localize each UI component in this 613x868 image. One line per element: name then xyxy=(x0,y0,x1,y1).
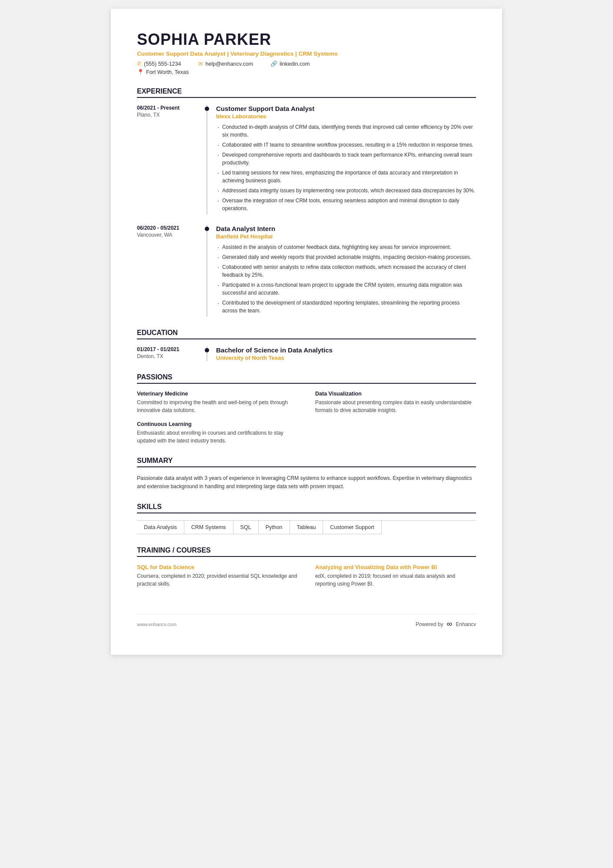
exp-bullets-1: Conducted in-depth analysis of CRM data,… xyxy=(216,123,476,212)
bullet: Led training sessions for new hires, emp… xyxy=(216,169,476,184)
experience-section: EXPERIENCE 06/2021 - Present Plano, TX C… xyxy=(137,87,476,317)
linkedin-url: linkedin.com xyxy=(280,61,310,67)
passion-item-1: Veterinary Medicine Committed to improvi… xyxy=(137,391,298,414)
training-title-2: Analyzing and Visualizing Data with Powe… xyxy=(315,564,476,570)
passions-grid: Veterinary Medicine Committed to improvi… xyxy=(137,391,476,445)
brand-name: Enhancv xyxy=(456,621,476,627)
edu-dot-1 xyxy=(205,348,209,352)
experience-item-2: 06/2020 - 05/2021 Vancouver, WA Data Ana… xyxy=(137,225,476,317)
phone-contact: ✆ (555) 555-1234 xyxy=(137,60,181,67)
candidate-name: SOPHIA PARKER xyxy=(137,30,476,49)
edu-left-1: 01/2017 - 01/2021 Denton, TX xyxy=(137,346,207,361)
exp-location-2: Vancouver, WA xyxy=(137,232,200,238)
skills-section-title: SKILLS xyxy=(137,503,476,513)
passion-item-2: Data Visualization Passionate about pres… xyxy=(315,391,476,414)
skill-tag-3: SQL xyxy=(233,521,259,534)
skill-tag-4: Python xyxy=(259,521,290,534)
bullet: Collaborated with senior analysts to ref… xyxy=(216,263,476,279)
training-section: TRAINING / COURSES SQL for Data Science … xyxy=(137,546,476,588)
skills-row: Data Analysis CRM Systems SQL Python Tab… xyxy=(137,520,476,534)
bullet: Addressed data integrity issues by imple… xyxy=(216,187,476,194)
footer: www.enhancv.com Powered by ∞ Enhancv xyxy=(137,614,476,629)
summary-section: SUMMARY Passionate data analyst with 3 y… xyxy=(137,457,476,491)
edu-location-1: Denton, TX xyxy=(137,353,200,359)
passions-section-title: PASSIONS xyxy=(137,373,476,384)
bullet: Conducted in-depth analysis of CRM data,… xyxy=(216,123,476,139)
linkedin-contact: 🔗 linkedin.com xyxy=(270,60,310,67)
education-section-title: EDUCATION xyxy=(137,329,476,339)
email-address: help@enhancv.com xyxy=(205,61,253,67)
education-item-1: 01/2017 - 01/2021 Denton, TX Bachelor of… xyxy=(137,346,476,361)
skill-tag-5: Tableau xyxy=(290,521,323,534)
exp-dot-1 xyxy=(205,107,209,111)
summary-section-title: SUMMARY xyxy=(137,457,476,467)
footer-brand: Powered by ∞ Enhancv xyxy=(416,620,476,629)
location-icon: 📍 xyxy=(137,69,144,75)
training-desc-1: Coursera, completed in 2020; provided es… xyxy=(137,572,298,588)
training-section-title: TRAINING / COURSES xyxy=(137,546,476,557)
training-title-1: SQL for Data Science xyxy=(137,564,298,570)
powered-by-label: Powered by xyxy=(416,621,443,627)
footer-website: www.enhancv.com xyxy=(137,622,177,627)
exp-location-1: Plano, TX xyxy=(137,112,200,118)
edu-date-1: 01/2017 - 01/2021 xyxy=(137,346,200,352)
location-row: 📍 Fort Worth, Texas xyxy=(137,69,476,75)
edu-degree-1: Bachelor of Science in Data Analytics xyxy=(216,346,476,354)
email-icon: ✉ xyxy=(198,60,203,67)
exp-divider-1 xyxy=(207,105,207,214)
passion-item-3: Continuous Learning Enthusiastic about e… xyxy=(137,421,298,445)
location: Fort Worth, Texas xyxy=(146,69,189,75)
passion-desc-1: Committed to improving the health and we… xyxy=(137,399,298,414)
exp-job-title-2: Data Analyst Intern xyxy=(216,225,476,232)
exp-company-2: Banfield Pet Hospital xyxy=(216,233,476,240)
bullet: Contributed to the development of standa… xyxy=(216,299,476,315)
skill-tag-2: CRM Systems xyxy=(184,521,233,534)
skills-section: SKILLS Data Analysis CRM Systems SQL Pyt… xyxy=(137,503,476,534)
exp-date-2: 06/2020 - 05/2021 xyxy=(137,225,200,231)
exp-dot-2 xyxy=(205,227,209,231)
resume-page: SOPHIA PARKER Customer Support Data Anal… xyxy=(111,9,502,655)
exp-right-2: Data Analyst Intern Banfield Pet Hospita… xyxy=(216,225,476,317)
exp-job-title-1: Customer Support Data Analyst xyxy=(216,105,476,112)
header: SOPHIA PARKER Customer Support Data Anal… xyxy=(137,30,476,75)
passion-title-3: Continuous Learning xyxy=(137,421,298,427)
exp-left-1: 06/2021 - Present Plano, TX xyxy=(137,105,207,214)
passion-desc-2: Passionate about presenting complex data… xyxy=(315,399,476,414)
bullet: Developed comprehensive reports and dash… xyxy=(216,151,476,167)
candidate-title: Customer Support Data Analyst | Veterina… xyxy=(137,50,476,57)
edu-right-1: Bachelor of Science in Data Analytics Un… xyxy=(216,346,476,361)
education-section: EDUCATION 01/2017 - 01/2021 Denton, TX B… xyxy=(137,329,476,361)
exp-bullets-2: Assisted in the analysis of customer fee… xyxy=(216,243,476,315)
phone-number: (555) 555-1234 xyxy=(144,61,181,67)
experience-item-1: 06/2021 - Present Plano, TX Customer Sup… xyxy=(137,105,476,214)
email-contact: ✉ help@enhancv.com xyxy=(198,60,253,67)
exp-divider-2 xyxy=(207,225,207,317)
training-item-1: SQL for Data Science Coursera, completed… xyxy=(137,564,298,588)
bullet: Collaborated with IT teams to streamline… xyxy=(216,141,476,149)
bullet: Oversaw the integration of new CRM tools… xyxy=(216,197,476,212)
skill-tag-1: Data Analysis xyxy=(137,521,184,534)
exp-company-1: Idexx Laboratories xyxy=(216,113,476,120)
contact-row: ✆ (555) 555-1234 ✉ help@enhancv.com 🔗 li… xyxy=(137,60,476,67)
edu-school-1: University of North Texas xyxy=(216,355,476,361)
passion-title-2: Data Visualization xyxy=(315,391,476,397)
exp-date-1: 06/2021 - Present xyxy=(137,105,200,111)
exp-left-2: 06/2020 - 05/2021 Vancouver, WA xyxy=(137,225,207,317)
passions-section: PASSIONS Veterinary Medicine Committed t… xyxy=(137,373,476,445)
phone-icon: ✆ xyxy=(137,60,142,67)
training-desc-2: edX, completed in 2019; focused on visua… xyxy=(315,572,476,588)
experience-section-title: EXPERIENCE xyxy=(137,87,476,98)
enhancv-logo-icon: ∞ xyxy=(446,620,452,629)
training-grid: SQL for Data Science Coursera, completed… xyxy=(137,564,476,588)
bullet: Assisted in the analysis of customer fee… xyxy=(216,243,476,251)
edu-divider-1 xyxy=(207,346,207,361)
bullet: Participated in a cross-functional team … xyxy=(216,281,476,297)
skill-tag-6: Customer Support xyxy=(323,521,381,534)
passion-desc-3: Enthusiastic about enrolling in courses … xyxy=(137,429,298,445)
training-item-2: Analyzing and Visualizing Data with Powe… xyxy=(315,564,476,588)
bullet: Generated daily and weekly reports that … xyxy=(216,253,476,261)
exp-right-1: Customer Support Data Analyst Idexx Labo… xyxy=(216,105,476,214)
passion-title-1: Veterinary Medicine xyxy=(137,391,298,397)
linkedin-icon: 🔗 xyxy=(270,60,277,67)
summary-text: Passionate data analyst with 3 years of … xyxy=(137,474,476,491)
